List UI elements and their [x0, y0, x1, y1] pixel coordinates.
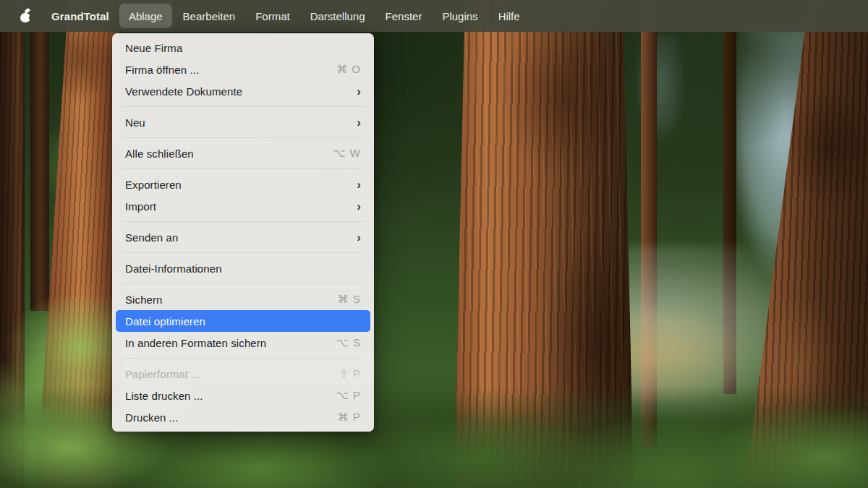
menu-item-neue-firma[interactable]: Neue Firma [116, 37, 370, 59]
menu-separator [122, 137, 364, 138]
menu-item-label: Datei-Informationen [125, 262, 361, 275]
menubar-item-plugins[interactable]: Plugins [433, 4, 487, 28]
submenu-chevron-icon: › [357, 116, 361, 129]
menu-item-in-anderen-formaten-sichern[interactable]: In anderen Formaten sichern ⌥ S [116, 332, 370, 354]
menu-item-label: Datei optimieren [125, 315, 361, 328]
menu-item-label: In anderen Formaten sichern [125, 337, 336, 349]
shortcut-label: ⌘ S [338, 293, 361, 306]
menu-item-label: Firma öffnen ... [125, 64, 336, 76]
menu-separator [122, 106, 364, 107]
shortcut-label: ⌥ W [333, 147, 361, 160]
menu-item-liste-drucken[interactable]: Liste drucken ... ⌥ P [116, 385, 370, 406]
submenu-chevron-icon: › [357, 231, 361, 244]
tree-trunk [30, 0, 49, 311]
menu-item-label: Liste drucken ... [125, 390, 336, 402]
menu-item-label: Drucken ... [125, 411, 338, 424]
menu-separator [122, 358, 364, 359]
menubar-item-darstellung[interactable]: Darstellung [301, 4, 375, 28]
menu-item-verwendete-dokumente[interactable]: Verwendete Dokumente › [116, 80, 370, 102]
menu-item-label: Neu [125, 116, 357, 129]
menu-separator [122, 168, 364, 169]
menu-item-label: Papierformat ... [125, 368, 339, 380]
menu-item-label: Verwendete Dokumente [125, 85, 357, 98]
shortcut-label: ⌥ S [336, 336, 361, 349]
submenu-chevron-icon: › [357, 179, 361, 191]
menubar-item-ablage[interactable]: Ablage [119, 4, 172, 28]
menu-separator [122, 252, 364, 253]
menu-item-sichern[interactable]: Sichern ⌘ S [116, 288, 370, 310]
menu-item-label: Import [125, 200, 357, 213]
menu-item-alle-schliessen[interactable]: Alle schließen ⌥ W [116, 142, 370, 164]
screen: GrandTotal AblageBearbeitenFormatDarstel… [0, 0, 868, 488]
menu-item-label: Exportieren [125, 179, 357, 191]
submenu-chevron-icon: › [357, 85, 361, 98]
menu-item-label: Senden an [125, 231, 357, 244]
menubar-item-bearbeiten[interactable]: Bearbeiten [174, 4, 245, 28]
menubar-item-format[interactable]: Format [246, 4, 299, 28]
menubar-item-fenster[interactable]: Fenster [376, 4, 432, 28]
menubar-items: AblageBearbeitenFormatDarstellungFenster… [119, 0, 530, 32]
menu-item-firma-offnen[interactable]: Firma öffnen ... ⌘ O [116, 59, 370, 80]
menu-item-label: Alle schließen [125, 147, 333, 160]
menu-item-datei-informationen[interactable]: Datei-Informationen [116, 257, 370, 279]
menu-item-senden-an[interactable]: Senden an › [116, 226, 370, 248]
menu-item-datei-optimieren[interactable]: Datei optimieren [116, 310, 370, 332]
menu-bar: GrandTotal AblageBearbeitenFormatDarstel… [0, 0, 868, 32]
menu-separator [122, 283, 364, 284]
menu-item-drucken[interactable]: Drucken ... ⌘ P [116, 406, 370, 428]
menu-item-label: Neue Firma [125, 42, 361, 54]
menu-item-exportieren[interactable]: Exportieren › [116, 174, 370, 195]
menu-item-papierformat: Papierformat ... ⇧ P [116, 363, 370, 385]
submenu-chevron-icon: › [357, 200, 361, 213]
menu-separator [122, 221, 364, 222]
menu-item-import[interactable]: Import › [116, 195, 370, 217]
shortcut-label: ⌘ P [338, 411, 361, 424]
apple-menu[interactable] [20, 9, 32, 23]
menu-item-neu[interactable]: Neu › [116, 111, 370, 133]
shortcut-label: ⌘ O [336, 63, 361, 76]
menubar-item-hilfe[interactable]: Hilfe [489, 4, 529, 28]
shortcut-label: ⇧ P [339, 367, 361, 380]
shortcut-label: ⌥ P [336, 389, 361, 402]
menu-item-label: Sichern [125, 294, 338, 306]
ablage-dropdown-menu: Neue Firma Firma öffnen ... ⌘ O Verwende… [112, 33, 374, 432]
app-menu-title[interactable]: GrandTotal [51, 10, 109, 22]
